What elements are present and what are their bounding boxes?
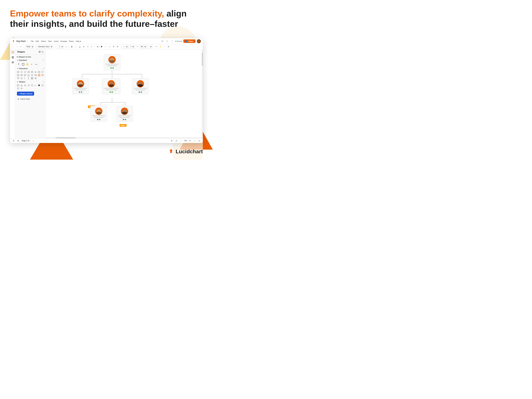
fc-bracket[interactable] xyxy=(27,77,30,80)
vertical-scrollbar[interactable] xyxy=(202,49,203,137)
shape-library-button[interactable]: + Shape Library xyxy=(17,92,34,95)
arrow-style-select[interactable]: None xyxy=(139,45,147,48)
node-l3-1[interactable] xyxy=(90,106,107,122)
node-l2-2[interactable] xyxy=(102,78,120,94)
fc-brace[interactable] xyxy=(20,77,23,80)
arrow-shape[interactable] xyxy=(34,63,38,66)
insert-button[interactable]: ⊞ xyxy=(96,45,99,48)
font-select[interactable]: Liberation Sans xyxy=(36,45,53,48)
shadow-button[interactable]: □ xyxy=(108,45,111,48)
fill-button[interactable]: ⬟ xyxy=(100,45,103,48)
fc-lines[interactable] xyxy=(34,77,37,80)
fc-circle[interactable] xyxy=(41,70,44,74)
fc-circle-x[interactable] xyxy=(38,74,41,77)
line-end-button[interactable]: ↗ xyxy=(135,45,139,48)
pages-tool[interactable] xyxy=(11,55,15,59)
fc-tri[interactable] xyxy=(27,74,30,77)
undo2-button[interactable]: ↩ xyxy=(155,45,158,48)
fc-rect6[interactable] xyxy=(20,74,23,77)
menu-view[interactable]: View xyxy=(48,40,52,42)
add-page-btn[interactable]: + xyxy=(32,139,35,143)
zoom-in-btn[interactable]: + xyxy=(193,139,196,143)
list-view-btn[interactable]: ☰ xyxy=(12,139,15,143)
fc-diamond[interactable] xyxy=(20,70,23,74)
zoom-out-btn[interactable]: − xyxy=(179,139,183,143)
image-button[interactable]: ⊡ xyxy=(112,45,115,48)
fc-rect3[interactable] xyxy=(31,70,34,74)
sh-ellipse[interactable] xyxy=(20,87,23,90)
shapes-close[interactable]: ✕ xyxy=(43,81,44,83)
present-icon[interactable]: ⊡ xyxy=(160,39,164,43)
text-button[interactable]: T xyxy=(90,45,93,48)
fc-table[interactable] xyxy=(31,77,34,80)
font-size-increase[interactable]: + xyxy=(64,45,68,48)
video-icon[interactable]: □ xyxy=(171,39,174,43)
menu-share[interactable]: Share xyxy=(69,40,74,42)
sh-hex[interactable] xyxy=(27,84,30,87)
layers-btn[interactable]: ⊗ xyxy=(170,139,174,143)
root-node[interactable] xyxy=(104,54,120,70)
font-size-decrease[interactable]: − xyxy=(54,45,57,48)
zoom-dropdown-btn[interactable]: ▼ xyxy=(188,139,192,143)
flowchart-close[interactable]: ✕ xyxy=(43,68,44,70)
fc-rect[interactable] xyxy=(17,70,20,74)
import-data-button[interactable]: Import Data xyxy=(16,97,45,101)
menu-insert[interactable]: Insert xyxy=(54,40,58,42)
format-btn[interactable]: A xyxy=(175,139,178,143)
fc-curly[interactable] xyxy=(24,77,27,80)
font-color-button[interactable]: A xyxy=(82,45,85,48)
fc-trap[interactable] xyxy=(34,70,37,74)
node-l3-2[interactable] xyxy=(116,106,133,122)
redo2-button[interactable]: ⚡ xyxy=(159,45,162,48)
fc-tri2[interactable] xyxy=(17,77,20,80)
scrollbar-thumb-v[interactable] xyxy=(202,52,203,66)
flowchart-section-header[interactable]: ▼ Flowchart ✕ xyxy=(16,67,45,70)
bold-button[interactable]: B xyxy=(70,45,74,48)
sh-circle[interactable] xyxy=(38,84,41,87)
line-style-select[interactable]: — xyxy=(122,45,128,48)
fc-circ2[interactable] xyxy=(31,74,34,77)
standard-close[interactable]: ✕ xyxy=(43,59,44,61)
menu-help[interactable]: Help ● xyxy=(76,40,81,42)
sh-oct[interactable] xyxy=(31,84,34,87)
rect-shape[interactable] xyxy=(21,63,25,66)
play-icon[interactable]: ▷ xyxy=(165,39,169,43)
page-badge[interactable]: Page 1 ▼ xyxy=(21,139,30,142)
lightning-shape[interactable] xyxy=(30,63,34,66)
grid-view-btn[interactable]: ⊞ xyxy=(16,139,20,143)
sh-circ2[interactable] xyxy=(41,84,44,87)
fc-rect2[interactable] xyxy=(27,70,30,74)
standard-section-header[interactable]: ▼ Standard ✕ xyxy=(16,58,45,62)
link-button[interactable]: ⚙ xyxy=(116,45,119,48)
underline-button[interactable]: U xyxy=(78,45,82,48)
menu-file[interactable]: File xyxy=(31,40,34,42)
fc-rect8[interactable] xyxy=(34,74,37,77)
stroke-button[interactable]: / xyxy=(104,45,107,48)
line-weight-select[interactable]: 1 px xyxy=(129,45,135,48)
sh-shape1[interactable] xyxy=(17,87,20,90)
user-avatar[interactable]: U xyxy=(197,39,201,43)
sh-pent[interactable] xyxy=(24,84,27,87)
font-size-select[interactable]: 10 pt xyxy=(58,45,64,48)
fc-rect7[interactable] xyxy=(24,74,27,77)
sh-rect[interactable] xyxy=(17,84,20,87)
search-shapes-icon[interactable]: 🔍 xyxy=(41,51,44,53)
align-button[interactable]: ≡ xyxy=(86,45,89,48)
menu-edit[interactable]: Edit xyxy=(36,40,39,42)
undo-button[interactable]: ← xyxy=(11,45,15,48)
redo-button[interactable]: → xyxy=(15,45,19,48)
more-button[interactable]: ⋯ xyxy=(163,45,166,48)
fc-rect9[interactable] xyxy=(41,74,44,77)
yellow-shape[interactable] xyxy=(25,63,29,66)
menu-arrange[interactable]: Arrange xyxy=(60,40,67,42)
menu-select[interactable]: Select xyxy=(41,40,46,42)
fc-rect5[interactable] xyxy=(17,74,20,77)
scrollbar-thumb-h[interactable] xyxy=(56,137,76,138)
style-select[interactable]: Body xyxy=(25,45,34,48)
shapes-in-use-section[interactable]: ▶ Shapes In Use xyxy=(16,55,45,58)
data-tool[interactable] xyxy=(11,60,15,64)
horizontal-scrollbar[interactable] xyxy=(45,137,203,138)
panel-toggle[interactable]: ⊟ xyxy=(167,45,170,48)
fit-page-btn[interactable]: ⊡ xyxy=(197,139,201,143)
text-shape[interactable]: T xyxy=(17,63,21,66)
